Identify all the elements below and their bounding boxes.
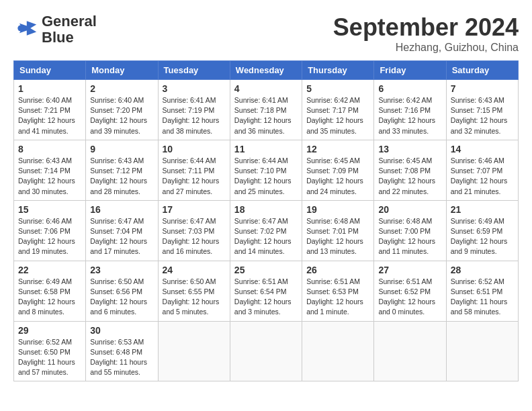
col-wednesday: Wednesday [230, 61, 302, 80]
logo-text: General Blue [42, 13, 97, 46]
table-row: 6Sunrise: 6:42 AM Sunset: 7:16 PM Daylig… [374, 80, 446, 140]
table-row: 3Sunrise: 6:41 AM Sunset: 7:19 PM Daylig… [158, 80, 230, 140]
table-row: 18Sunrise: 6:47 AM Sunset: 7:02 PM Dayli… [230, 200, 302, 261]
day-info: Sunrise: 6:45 AM Sunset: 7:08 PM Dayligh… [378, 156, 441, 197]
day-info: Sunrise: 6:48 AM Sunset: 7:00 PM Dayligh… [378, 216, 441, 257]
day-number: 8 [18, 144, 81, 154]
table-row: 14Sunrise: 6:46 AM Sunset: 7:07 PM Dayli… [446, 140, 518, 200]
day-number: 21 [451, 204, 514, 215]
day-number: 29 [18, 325, 81, 336]
col-monday: Monday [86, 61, 158, 80]
table-row: 30Sunrise: 6:53 AM Sunset: 6:48 PM Dayli… [86, 321, 158, 381]
day-number: 10 [163, 144, 226, 154]
table-row: 10Sunrise: 6:44 AM Sunset: 7:11 PM Dayli… [158, 140, 230, 200]
table-row: 5Sunrise: 6:42 AM Sunset: 7:17 PM Daylig… [302, 80, 374, 140]
day-number: 7 [451, 83, 514, 94]
day-info: Sunrise: 6:45 AM Sunset: 7:09 PM Dayligh… [306, 156, 369, 197]
day-number: 11 [234, 144, 298, 154]
table-row: 13Sunrise: 6:45 AM Sunset: 7:08 PM Dayli… [374, 140, 446, 200]
table-row: 12Sunrise: 6:45 AM Sunset: 7:09 PM Dayli… [302, 140, 374, 200]
day-info: Sunrise: 6:51 AM Sunset: 6:54 PM Dayligh… [234, 277, 298, 318]
table-row: 17Sunrise: 6:47 AM Sunset: 7:03 PM Dayli… [158, 200, 230, 261]
table-row: 24Sunrise: 6:50 AM Sunset: 6:55 PM Dayli… [158, 261, 230, 321]
day-info: Sunrise: 6:50 AM Sunset: 6:55 PM Dayligh… [163, 277, 226, 318]
day-number: 28 [451, 265, 514, 275]
table-row: 4Sunrise: 6:41 AM Sunset: 7:18 PM Daylig… [230, 80, 302, 140]
calendar-row: 22Sunrise: 6:49 AM Sunset: 6:58 PM Dayli… [14, 261, 519, 321]
day-info: Sunrise: 6:44 AM Sunset: 7:10 PM Dayligh… [234, 156, 298, 197]
day-info: Sunrise: 6:49 AM Sunset: 6:58 PM Dayligh… [18, 277, 81, 318]
day-info: Sunrise: 6:44 AM Sunset: 7:11 PM Dayligh… [163, 156, 226, 197]
day-info: Sunrise: 6:43 AM Sunset: 7:14 PM Dayligh… [18, 156, 81, 197]
day-info: Sunrise: 6:46 AM Sunset: 7:07 PM Dayligh… [451, 156, 514, 197]
day-number: 16 [90, 204, 153, 215]
table-row: 2Sunrise: 6:40 AM Sunset: 7:20 PM Daylig… [86, 80, 158, 140]
day-number: 26 [306, 265, 369, 275]
calendar-row: 1Sunrise: 6:40 AM Sunset: 7:21 PM Daylig… [14, 80, 519, 140]
day-info: Sunrise: 6:40 AM Sunset: 7:21 PM Dayligh… [18, 95, 81, 136]
day-info: Sunrise: 6:49 AM Sunset: 6:59 PM Dayligh… [451, 216, 514, 257]
table-row [446, 321, 518, 381]
col-tuesday: Tuesday [158, 61, 230, 80]
table-row: 21Sunrise: 6:49 AM Sunset: 6:59 PM Dayli… [446, 200, 518, 261]
page-header: General Blue September 2024 Hezhang, Gui… [13, 13, 519, 54]
day-info: Sunrise: 6:50 AM Sunset: 6:56 PM Dayligh… [90, 277, 153, 318]
table-row: 22Sunrise: 6:49 AM Sunset: 6:58 PM Dayli… [14, 261, 86, 321]
table-row: 9Sunrise: 6:43 AM Sunset: 7:12 PM Daylig… [86, 140, 158, 200]
day-info: Sunrise: 6:43 AM Sunset: 7:12 PM Dayligh… [90, 156, 153, 197]
day-info: Sunrise: 6:52 AM Sunset: 6:50 PM Dayligh… [18, 337, 81, 378]
day-info: Sunrise: 6:51 AM Sunset: 6:53 PM Dayligh… [306, 277, 369, 318]
calendar-row: 15Sunrise: 6:46 AM Sunset: 7:06 PM Dayli… [14, 200, 519, 261]
day-number: 25 [234, 265, 298, 275]
table-row: 11Sunrise: 6:44 AM Sunset: 7:10 PM Dayli… [230, 140, 302, 200]
logo: General Blue [13, 13, 97, 46]
day-number: 17 [163, 204, 226, 215]
day-info: Sunrise: 6:53 AM Sunset: 6:48 PM Dayligh… [90, 337, 153, 378]
table-row [158, 321, 230, 381]
col-thursday: Thursday [302, 61, 374, 80]
day-number: 6 [378, 83, 441, 94]
day-info: Sunrise: 6:41 AM Sunset: 7:19 PM Dayligh… [163, 95, 226, 136]
day-number: 14 [451, 144, 514, 154]
day-info: Sunrise: 6:47 AM Sunset: 7:02 PM Dayligh… [234, 216, 298, 257]
day-number: 13 [378, 144, 441, 154]
table-row: 7Sunrise: 6:43 AM Sunset: 7:15 PM Daylig… [446, 80, 518, 140]
table-row: 27Sunrise: 6:51 AM Sunset: 6:52 PM Dayli… [374, 261, 446, 321]
day-number: 18 [234, 204, 298, 215]
day-info: Sunrise: 6:52 AM Sunset: 6:51 PM Dayligh… [451, 277, 514, 318]
day-number: 15 [18, 204, 81, 215]
day-info: Sunrise: 6:46 AM Sunset: 7:06 PM Dayligh… [18, 216, 81, 257]
day-number: 5 [306, 83, 369, 94]
day-info: Sunrise: 6:51 AM Sunset: 6:52 PM Dayligh… [378, 277, 441, 318]
calendar-header-row: Sunday Monday Tuesday Wednesday Thursday… [14, 61, 519, 80]
logo-icon [13, 16, 38, 43]
table-row [374, 321, 446, 381]
day-info: Sunrise: 6:41 AM Sunset: 7:18 PM Dayligh… [234, 95, 298, 136]
col-saturday: Saturday [446, 61, 518, 80]
day-number: 30 [90, 325, 153, 336]
table-row: 8Sunrise: 6:43 AM Sunset: 7:14 PM Daylig… [14, 140, 86, 200]
table-row [230, 321, 302, 381]
col-sunday: Sunday [14, 61, 86, 80]
day-number: 23 [90, 265, 153, 275]
day-info: Sunrise: 6:42 AM Sunset: 7:16 PM Dayligh… [378, 95, 441, 136]
table-row: 20Sunrise: 6:48 AM Sunset: 7:00 PM Dayli… [374, 200, 446, 261]
day-number: 9 [90, 144, 153, 154]
table-row: 16Sunrise: 6:47 AM Sunset: 7:04 PM Dayli… [86, 200, 158, 261]
svg-point-2 [17, 26, 24, 32]
day-number: 12 [306, 144, 369, 154]
calendar-table: Sunday Monday Tuesday Wednesday Thursday… [13, 60, 519, 381]
day-number: 27 [378, 265, 441, 275]
month-title: September 2024 [333, 13, 519, 42]
day-info: Sunrise: 6:47 AM Sunset: 7:03 PM Dayligh… [163, 216, 226, 257]
table-row [302, 321, 374, 381]
day-info: Sunrise: 6:42 AM Sunset: 7:17 PM Dayligh… [306, 95, 369, 136]
day-number: 1 [18, 83, 81, 94]
table-row: 28Sunrise: 6:52 AM Sunset: 6:51 PM Dayli… [446, 261, 518, 321]
calendar-row: 29Sunrise: 6:52 AM Sunset: 6:50 PM Dayli… [14, 321, 519, 381]
day-info: Sunrise: 6:40 AM Sunset: 7:20 PM Dayligh… [90, 95, 153, 136]
calendar-row: 8Sunrise: 6:43 AM Sunset: 7:14 PM Daylig… [14, 140, 519, 200]
col-friday: Friday [374, 61, 446, 80]
day-number: 4 [234, 83, 298, 94]
table-row: 26Sunrise: 6:51 AM Sunset: 6:53 PM Dayli… [302, 261, 374, 321]
